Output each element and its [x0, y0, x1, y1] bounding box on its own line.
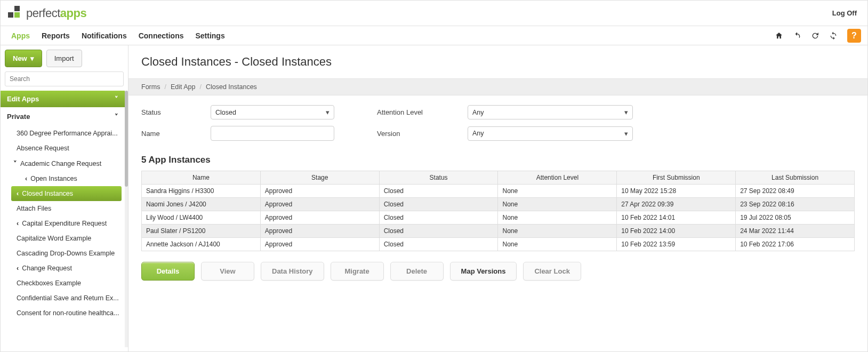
status-label: Status — [141, 108, 211, 116]
caret-down-icon: ▾ — [624, 130, 628, 138]
table-cell: Paul Slater / PS1200 — [142, 225, 261, 238]
search-input[interactable] — [5, 71, 124, 86]
th-first[interactable]: First Submission — [617, 171, 736, 185]
brand-first: perfect — [26, 6, 60, 20]
tree-item-attach-files[interactable]: Attach Files — [1, 201, 125, 216]
brand-text: perfectapps — [26, 6, 86, 20]
sidebar-scroll[interactable]: Edit Apps ˅ Private ˅ 360 Degree Perform… — [1, 91, 125, 347]
version-value: Any — [472, 130, 484, 137]
table-cell: None — [498, 185, 617, 198]
breadcrumb: Forms / Edit App / Closed Instances — [128, 78, 867, 95]
sidebar-group-label: Private — [7, 113, 30, 121]
table-cell: None — [498, 225, 617, 238]
tree-item-capex[interactable]: ‹ Capital Expenditure Request — [1, 216, 125, 231]
tree-item-360[interactable]: 360 Degree Performance Apprai... — [1, 126, 125, 141]
import-button[interactable]: Import — [46, 50, 82, 67]
tree-item-capitalize[interactable]: Capitalize Word Example — [1, 231, 125, 246]
chevron-left-icon: ‹ — [17, 265, 19, 272]
chevron-down-icon: ˅ — [115, 95, 118, 103]
table-cell: Approved — [260, 211, 379, 225]
tree-label: Attach Files — [17, 205, 51, 212]
tree-item-closed-instances[interactable]: ‹ Closed Instances — [11, 186, 122, 201]
tree-item-cascading[interactable]: Cascading Drop-Downs Example — [1, 246, 125, 261]
migrate-button[interactable]: Migrate — [331, 262, 384, 281]
tree-item-open-instances[interactable]: ‹ Open Instances — [1, 171, 125, 186]
attention-select[interactable]: Any ▾ — [468, 105, 633, 119]
tree-item-checkboxes[interactable]: Checkboxes Example — [1, 276, 125, 291]
table-row[interactable]: Sandra Higgins / H3300ApprovedClosedNone… — [142, 185, 855, 198]
th-last[interactable]: Last Submission — [736, 171, 855, 185]
breadcrumb-closed-instances[interactable]: Closed Instances — [206, 83, 257, 91]
tree-item-consent[interactable]: Consent for non-routine healthca... — [1, 306, 125, 321]
table-row[interactable]: Lily Wood / LW4400ApprovedClosedNone10 F… — [142, 211, 855, 225]
chevron-left-icon: ‹ — [17, 220, 19, 227]
nav-notifications[interactable]: Notifications — [82, 31, 127, 40]
logo: perfectapps — [8, 6, 86, 21]
logo-icon — [8, 6, 23, 21]
caret-down-icon: ▾ — [624, 108, 628, 116]
nav-settings[interactable]: Settings — [195, 31, 224, 40]
breadcrumb-edit-app[interactable]: Edit App — [171, 83, 196, 91]
caret-down-icon: ▾ — [326, 108, 329, 116]
reload-icon[interactable] — [811, 31, 819, 40]
sync-icon[interactable] — [829, 31, 838, 40]
help-button[interactable]: ? — [847, 29, 861, 43]
delete-button[interactable]: Delete — [390, 262, 444, 281]
content: Closed Instances - Closed Instances Form… — [128, 45, 867, 351]
nav-reports[interactable]: Reports — [42, 31, 70, 40]
table-row[interactable]: Naomi Jones / J4200ApprovedClosedNone27 … — [142, 198, 855, 211]
tree-item-confidential[interactable]: Confidential Save and Return Ex... — [1, 291, 125, 306]
clear-lock-button[interactable]: Clear Lock — [523, 262, 581, 281]
th-stage[interactable]: Stage — [260, 171, 379, 185]
table-body: Sandra Higgins / H3300ApprovedClosedNone… — [142, 185, 855, 251]
table-cell: Closed — [379, 225, 498, 238]
page-title: Closed Instances - Closed Instances — [128, 45, 867, 78]
th-name[interactable]: Name — [142, 171, 261, 185]
table-cell: 10 Feb 2022 17:06 — [736, 238, 855, 251]
breadcrumb-forms[interactable]: Forms — [141, 83, 160, 91]
name-input[interactable] — [211, 126, 334, 141]
scrollbar-thumb[interactable] — [125, 91, 128, 187]
table-cell: Closed — [379, 198, 498, 211]
refresh-icon[interactable] — [793, 31, 801, 40]
tree-item-academic[interactable]: ˅ Academic Change Request — [1, 156, 125, 171]
status-select[interactable]: Closed ▾ — [211, 105, 334, 119]
tree-item-absence[interactable]: Absence Request — [1, 141, 125, 156]
home-icon[interactable] — [775, 31, 783, 40]
th-attention[interactable]: Attention Level — [498, 171, 617, 185]
attention-value: Any — [472, 109, 484, 116]
filter-row-2: Name Version Any ▾ — [141, 126, 855, 141]
name-label: Name — [141, 130, 211, 138]
new-button[interactable]: New ▾ — [5, 50, 42, 67]
view-button[interactable]: View — [201, 262, 254, 281]
tree-item-change-request[interactable]: ‹ Change Request — [1, 261, 125, 276]
navbar: Apps Reports Notifications Connections S… — [1, 26, 867, 45]
table-cell: 10 Feb 2022 13:59 — [617, 238, 736, 251]
map-versions-button[interactable]: Map Versions — [450, 262, 517, 281]
details-button[interactable]: Details — [141, 262, 195, 281]
breadcrumb-sep: / — [164, 83, 166, 91]
version-label: Version — [377, 130, 468, 138]
table-cell: 10 Feb 2022 14:01 — [617, 211, 736, 225]
action-row: Details View Data History Migrate Delete… — [128, 251, 867, 291]
tree-label: Academic Change Request — [20, 160, 101, 167]
table-cell: 27 Sep 2022 08:49 — [736, 185, 855, 198]
nav-apps[interactable]: Apps — [11, 31, 30, 40]
version-select[interactable]: Any ▾ — [468, 126, 633, 141]
table-row[interactable]: Annette Jackson / AJ1400ApprovedClosedNo… — [142, 238, 855, 251]
chevron-left-icon: ‹ — [17, 190, 19, 197]
nav-connections[interactable]: Connections — [139, 31, 184, 40]
table-row[interactable]: Paul Slater / PS1200ApprovedClosedNone10… — [142, 225, 855, 238]
table-title: 5 App Instances — [128, 149, 867, 171]
scrollbar[interactable] — [125, 91, 128, 347]
sidebar-section-edit-apps[interactable]: Edit Apps ˅ — [1, 91, 125, 107]
tree-label: Change Request — [22, 265, 72, 272]
sidebar-body: Edit Apps ˅ Private ˅ 360 Degree Perform… — [1, 91, 128, 347]
sidebar-group-private[interactable]: Private ˅ — [1, 107, 125, 126]
table-cell: None — [498, 211, 617, 225]
table-cell: None — [498, 238, 617, 251]
th-status[interactable]: Status — [379, 171, 498, 185]
table-header-row: Name Stage Status Attention Level First … — [142, 171, 855, 185]
data-history-button[interactable]: Data History — [261, 262, 324, 281]
logoff-link[interactable]: Log Off — [832, 9, 857, 17]
